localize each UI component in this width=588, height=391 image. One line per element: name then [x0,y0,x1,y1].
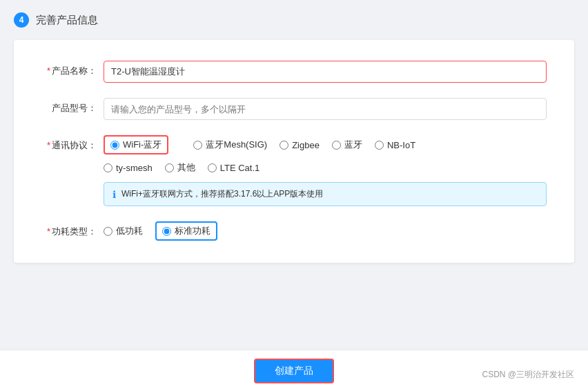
power-low-radio[interactable] [104,227,112,236]
protocol-wifi-bt-label: WiFi-蓝牙 [123,139,161,151]
protocol-other[interactable]: 其他 [165,161,195,174]
required-star-name: * [47,66,50,76]
protocol-zigbee-radio[interactable] [280,141,288,150]
protocol-row-1: WiFi-蓝牙 蓝牙Mesh(SIG) Zigbee 蓝牙 [104,135,547,156]
product-model-input[interactable] [104,98,547,120]
power-type-content: 低功耗 标准功耗 [104,221,547,242]
protocol-other-label: 其他 [177,161,195,174]
protocol-row-2: ty-smesh 其他 LTE Cat.1 [104,161,547,175]
power-standard-radio[interactable] [162,227,171,236]
product-name-label: *产品名称： [41,61,104,77]
protocol-lte-radio[interactable] [208,163,217,172]
product-model-content [104,98,547,120]
protocol-bt-mesh-label: 蓝牙Mesh(SIG) [206,139,267,151]
required-star-power: * [47,226,50,237]
protocol-info-text: WiFi+蓝牙联网方式，推荐搭配3.17.6以上APP版本使用 [121,188,323,200]
power-standard[interactable]: 标准功耗 [155,221,217,241]
protocol-wifi-bt-radio[interactable] [110,141,119,150]
watermark: CSDN @三明治开发社区 [482,369,574,381]
protocol-nb-iot-radio[interactable] [375,141,384,150]
step-header: 4 完善产品信息 [14,12,574,28]
protocol-bt-label: 蓝牙 [344,139,362,151]
protocol-zigbee-label: Zigbee [292,140,320,150]
step-number: 4 [14,12,29,28]
power-standard-label: 标准功耗 [175,225,210,237]
protocol-bt[interactable]: 蓝牙 [332,139,362,151]
protocol-row: *通讯协议： WiFi-蓝牙 蓝牙Mesh(SIG) Zigbee [41,135,547,206]
protocol-nb-iot[interactable]: NB-IoT [375,140,415,150]
create-product-button[interactable]: 创建产品 [254,359,334,383]
protocol-bt-mesh[interactable]: 蓝牙Mesh(SIG) [193,139,267,151]
product-name-input[interactable] [104,61,547,83]
protocol-ty-smesh[interactable]: ty-smesh [104,163,153,173]
product-name-row: *产品名称： [41,61,547,83]
form-card: *产品名称： 产品型号： *通讯协议： WiFi-蓝 [14,40,574,263]
product-model-row: 产品型号： [41,98,547,120]
protocol-zigbee[interactable]: Zigbee [280,140,320,150]
protocol-ty-smesh-radio[interactable] [104,163,112,172]
protocol-bt-mesh-radio[interactable] [193,141,202,150]
protocol-bt-radio[interactable] [332,141,341,150]
product-model-label: 产品型号： [41,98,104,114]
page-container: 4 完善产品信息 *产品名称： 产品型号： *通讯协议： [0,0,588,391]
step-title: 完善产品信息 [36,14,98,27]
protocol-wifi-bt[interactable]: WiFi-蓝牙 [104,135,168,154]
protocol-ty-smesh-label: ty-smesh [116,163,153,173]
info-icon: ℹ [112,189,116,200]
power-low-label: 低功耗 [116,225,143,237]
power-type-row: *功耗类型： 低功耗 标准功耗 [41,221,547,242]
protocol-label: *通讯协议： [41,135,104,152]
power-type-label: *功耗类型： [41,221,104,238]
power-radio-row: 低功耗 标准功耗 [104,221,547,242]
protocol-lte-label: LTE Cat.1 [220,163,260,173]
protocol-nb-iot-label: NB-IoT [387,140,415,150]
protocol-lte[interactable]: LTE Cat.1 [208,163,260,173]
protocol-other-radio[interactable] [165,163,174,172]
power-low[interactable]: 低功耗 [104,225,143,237]
product-name-content [104,61,547,83]
required-star-protocol: * [47,140,50,150]
protocol-content: WiFi-蓝牙 蓝牙Mesh(SIG) Zigbee 蓝牙 [104,135,547,206]
protocol-info-banner: ℹ WiFi+蓝牙联网方式，推荐搭配3.17.6以上APP版本使用 [104,182,547,206]
